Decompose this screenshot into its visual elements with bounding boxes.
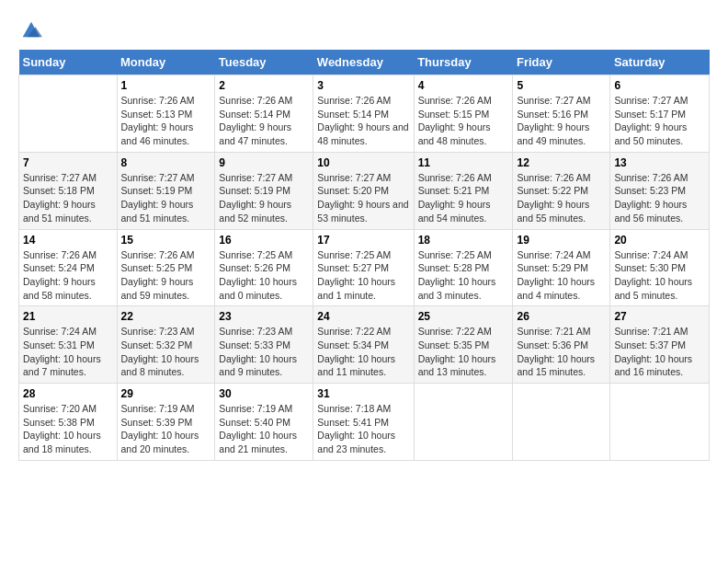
day-number: 23 — [219, 310, 309, 323]
day-number: 31 — [317, 387, 409, 400]
day-number: 4 — [418, 79, 509, 92]
week-row-1: 1 Sunrise: 7:26 AMSunset: 5:13 PMDayligh… — [19, 75, 710, 153]
column-header-friday: Friday — [513, 50, 610, 75]
day-number: 6 — [614, 79, 705, 92]
day-number: 21 — [23, 310, 113, 323]
day-number: 25 — [418, 310, 509, 323]
day-info: Sunrise: 7:27 AMSunset: 5:19 PMDaylight:… — [121, 171, 211, 225]
calendar-cell: 21 Sunrise: 7:24 AMSunset: 5:31 PMDaylig… — [19, 306, 118, 384]
day-number: 20 — [614, 234, 705, 247]
calendar-cell: 10 Sunrise: 7:27 AMSunset: 5:20 PMDaylig… — [313, 152, 414, 229]
calendar-cell: 17 Sunrise: 7:25 AMSunset: 5:27 PMDaylig… — [313, 229, 414, 306]
day-info: Sunrise: 7:25 AMSunset: 5:26 PMDaylight:… — [219, 248, 309, 303]
calendar-cell: 31 Sunrise: 7:18 AMSunset: 5:41 PMDaylig… — [313, 384, 414, 461]
calendar-cell: 2 Sunrise: 7:26 AMSunset: 5:14 PMDayligh… — [215, 75, 313, 153]
calendar-cell: 22 Sunrise: 7:23 AMSunset: 5:32 PMDaylig… — [117, 306, 215, 384]
column-header-thursday: Thursday — [414, 50, 513, 75]
week-row-5: 28 Sunrise: 7:20 AMSunset: 5:38 PMDaylig… — [19, 384, 710, 461]
day-info: Sunrise: 7:26 AMSunset: 5:14 PMDaylight:… — [317, 94, 409, 148]
day-info: Sunrise: 7:19 AMSunset: 5:40 PMDaylight:… — [219, 402, 309, 456]
calendar-cell: 20 Sunrise: 7:24 AMSunset: 5:30 PMDaylig… — [610, 229, 710, 306]
day-info: Sunrise: 7:26 AMSunset: 5:21 PMDaylight:… — [418, 171, 509, 225]
column-header-sunday: Sunday — [19, 50, 118, 75]
day-info: Sunrise: 7:27 AMSunset: 5:20 PMDaylight:… — [317, 171, 409, 225]
day-number: 1 — [121, 79, 211, 92]
day-info: Sunrise: 7:27 AMSunset: 5:18 PMDaylight:… — [23, 171, 113, 225]
calendar-cell: 11 Sunrise: 7:26 AMSunset: 5:21 PMDaylig… — [414, 152, 513, 229]
calendar-cell — [513, 384, 610, 461]
day-number: 18 — [418, 234, 509, 247]
calendar-cell: 23 Sunrise: 7:23 AMSunset: 5:33 PMDaylig… — [215, 306, 313, 384]
day-number: 2 — [219, 79, 309, 92]
calendar-cell: 15 Sunrise: 7:26 AMSunset: 5:25 PMDaylig… — [117, 229, 215, 306]
day-info: Sunrise: 7:26 AMSunset: 5:13 PMDaylight:… — [121, 94, 211, 148]
calendar-cell — [19, 75, 118, 153]
day-info: Sunrise: 7:23 AMSunset: 5:33 PMDaylight:… — [219, 325, 309, 379]
logo-icon — [18, 18, 44, 40]
day-info: Sunrise: 7:21 AMSunset: 5:36 PMDaylight:… — [517, 325, 606, 379]
calendar-cell: 18 Sunrise: 7:25 AMSunset: 5:28 PMDaylig… — [414, 229, 513, 306]
day-number: 27 — [614, 310, 705, 323]
calendar-cell: 19 Sunrise: 7:24 AMSunset: 5:29 PMDaylig… — [513, 229, 610, 306]
column-header-wednesday: Wednesday — [313, 50, 414, 75]
calendar-cell: 25 Sunrise: 7:22 AMSunset: 5:35 PMDaylig… — [414, 306, 513, 384]
day-info: Sunrise: 7:25 AMSunset: 5:27 PMDaylight:… — [317, 248, 409, 303]
calendar-cell: 6 Sunrise: 7:27 AMSunset: 5:17 PMDayligh… — [610, 75, 710, 153]
calendar-table: SundayMondayTuesdayWednesdayThursdayFrid… — [18, 50, 710, 461]
calendar-cell: 8 Sunrise: 7:27 AMSunset: 5:19 PMDayligh… — [117, 152, 215, 229]
day-number: 7 — [23, 156, 113, 169]
calendar-cell: 13 Sunrise: 7:26 AMSunset: 5:23 PMDaylig… — [610, 152, 710, 229]
week-row-3: 14 Sunrise: 7:26 AMSunset: 5:24 PMDaylig… — [19, 229, 710, 306]
calendar-cell: 14 Sunrise: 7:26 AMSunset: 5:24 PMDaylig… — [19, 229, 118, 306]
day-info: Sunrise: 7:26 AMSunset: 5:15 PMDaylight:… — [418, 94, 509, 148]
day-number: 19 — [517, 234, 606, 247]
day-info: Sunrise: 7:26 AMSunset: 5:14 PMDaylight:… — [219, 94, 309, 148]
day-number: 9 — [219, 156, 309, 169]
calendar-cell: 5 Sunrise: 7:27 AMSunset: 5:16 PMDayligh… — [513, 75, 610, 153]
column-header-saturday: Saturday — [610, 50, 710, 75]
day-info: Sunrise: 7:24 AMSunset: 5:31 PMDaylight:… — [23, 325, 113, 379]
calendar-cell: 9 Sunrise: 7:27 AMSunset: 5:19 PMDayligh… — [215, 152, 313, 229]
day-number: 13 — [614, 156, 705, 169]
day-number: 8 — [121, 156, 211, 169]
day-number: 16 — [219, 234, 309, 247]
day-number: 26 — [517, 310, 606, 323]
day-number: 22 — [121, 310, 211, 323]
column-header-monday: Monday — [117, 50, 215, 75]
day-info: Sunrise: 7:22 AMSunset: 5:34 PMDaylight:… — [317, 325, 409, 379]
day-info: Sunrise: 7:27 AMSunset: 5:17 PMDaylight:… — [614, 94, 705, 148]
day-info: Sunrise: 7:19 AMSunset: 5:39 PMDaylight:… — [121, 402, 211, 456]
calendar-cell: 27 Sunrise: 7:21 AMSunset: 5:37 PMDaylig… — [610, 306, 710, 384]
calendar-cell: 26 Sunrise: 7:21 AMSunset: 5:36 PMDaylig… — [513, 306, 610, 384]
calendar-cell: 4 Sunrise: 7:26 AMSunset: 5:15 PMDayligh… — [414, 75, 513, 153]
week-row-4: 21 Sunrise: 7:24 AMSunset: 5:31 PMDaylig… — [19, 306, 710, 384]
week-row-2: 7 Sunrise: 7:27 AMSunset: 5:18 PMDayligh… — [19, 152, 710, 229]
day-number: 11 — [418, 156, 509, 169]
day-info: Sunrise: 7:24 AMSunset: 5:29 PMDaylight:… — [517, 248, 606, 303]
calendar-cell — [414, 384, 513, 461]
day-number: 30 — [219, 387, 309, 400]
day-info: Sunrise: 7:25 AMSunset: 5:28 PMDaylight:… — [418, 248, 509, 303]
header-row: SundayMondayTuesdayWednesdayThursdayFrid… — [19, 50, 710, 75]
day-info: Sunrise: 7:20 AMSunset: 5:38 PMDaylight:… — [23, 402, 113, 456]
day-info: Sunrise: 7:26 AMSunset: 5:24 PMDaylight:… — [23, 248, 113, 303]
day-number: 15 — [121, 234, 211, 247]
day-info: Sunrise: 7:26 AMSunset: 5:25 PMDaylight:… — [121, 248, 211, 303]
day-number: 17 — [317, 234, 409, 247]
day-info: Sunrise: 7:26 AMSunset: 5:22 PMDaylight:… — [517, 171, 606, 225]
calendar-cell: 24 Sunrise: 7:22 AMSunset: 5:34 PMDaylig… — [313, 306, 414, 384]
header — [18, 18, 710, 40]
day-number: 29 — [121, 387, 211, 400]
day-number: 14 — [23, 234, 113, 247]
calendar-cell: 7 Sunrise: 7:27 AMSunset: 5:18 PMDayligh… — [19, 152, 118, 229]
day-info: Sunrise: 7:26 AMSunset: 5:23 PMDaylight:… — [614, 171, 705, 225]
day-info: Sunrise: 7:24 AMSunset: 5:30 PMDaylight:… — [614, 248, 705, 303]
calendar-cell: 30 Sunrise: 7:19 AMSunset: 5:40 PMDaylig… — [215, 384, 313, 461]
day-number: 5 — [517, 79, 606, 92]
day-info: Sunrise: 7:27 AMSunset: 5:19 PMDaylight:… — [219, 171, 309, 225]
day-info: Sunrise: 7:27 AMSunset: 5:16 PMDaylight:… — [517, 94, 606, 148]
calendar-cell: 16 Sunrise: 7:25 AMSunset: 5:26 PMDaylig… — [215, 229, 313, 306]
day-info: Sunrise: 7:23 AMSunset: 5:32 PMDaylight:… — [121, 325, 211, 379]
day-number: 12 — [517, 156, 606, 169]
calendar-cell — [610, 384, 710, 461]
